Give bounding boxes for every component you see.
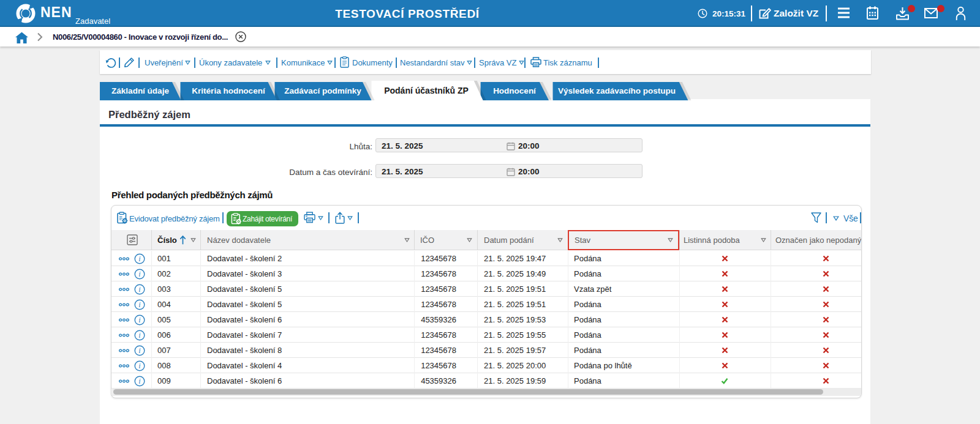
svg-text:i: i <box>138 270 140 278</box>
svg-text:i: i <box>138 346 140 355</box>
svg-text:i: i <box>138 285 140 294</box>
svg-text:i: i <box>138 331 140 340</box>
svg-text:i: i <box>138 377 140 385</box>
svg-text:i: i <box>138 255 140 263</box>
svg-text:i: i <box>138 316 140 324</box>
svg-text:i: i <box>138 362 140 370</box>
svg-text:i: i <box>138 300 140 309</box>
